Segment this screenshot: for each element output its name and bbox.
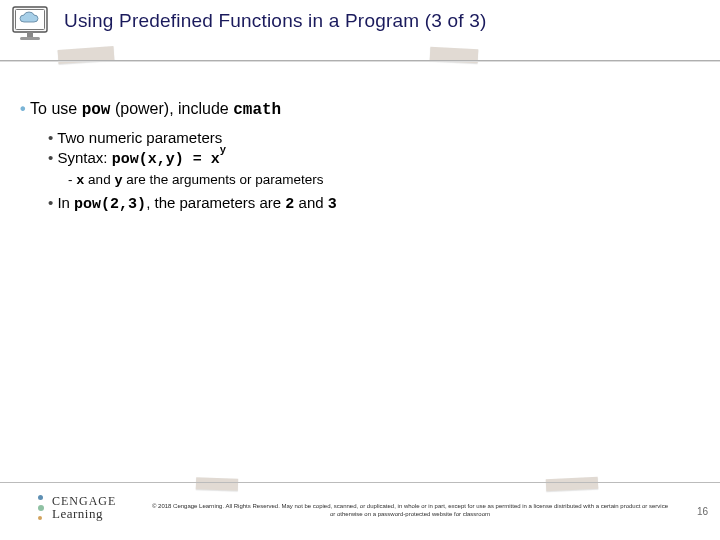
code-pow23: pow(2,3) [74, 196, 146, 213]
code-y: y [114, 173, 122, 188]
bullet-level2: Syntax: pow(x,y) = xy [48, 148, 700, 168]
slide-title: Using Predefined Functions in a Program … [64, 10, 704, 32]
bullet-level2-list: In pow(2,3), the parameters are 2 and 3 [48, 194, 700, 213]
bullet-level1: To use pow (power), include cmath [20, 100, 700, 119]
text: Two numeric parameters [57, 129, 222, 146]
text: In [57, 194, 74, 211]
text: To use [30, 100, 82, 117]
sup-y: y [220, 144, 226, 156]
divider-line [0, 482, 720, 483]
text: , the parameters are [146, 194, 285, 211]
text: and [294, 194, 327, 211]
logo-dots-icon [38, 492, 46, 522]
code-cmath: cmath [233, 101, 281, 119]
divider-line [0, 60, 720, 62]
footer: CENGAGE Learning © 2018 Cengage Learning… [0, 482, 720, 540]
text: are the arguments or parameters [123, 172, 324, 187]
code-powxy: pow(x,y) = xy [112, 151, 226, 168]
text: (power), include [110, 100, 233, 117]
code-3: 3 [328, 196, 337, 213]
svg-rect-2 [27, 32, 33, 37]
text: and [84, 172, 114, 187]
logo-text-learning: Learning [52, 507, 116, 520]
copyright-text: © 2018 Cengage Learning. All Rights Rese… [150, 502, 670, 518]
svg-rect-3 [20, 37, 40, 40]
code-pow: pow [82, 101, 111, 119]
monitor-cloud-icon [10, 4, 50, 44]
bullet-level2-list: Two numeric parameters Syntax: pow(x,y) … [48, 129, 700, 168]
text: Syntax: [57, 149, 111, 166]
content-area: To use pow (power), include cmath Two nu… [20, 100, 700, 215]
bullet-level3: - x and y are the arguments or parameter… [68, 172, 700, 188]
logo-text-cengage: CENGAGE [52, 495, 116, 507]
text: - [68, 172, 76, 187]
bullet-level2: Two numeric parameters [48, 129, 700, 146]
text: pow(x,y) = x [112, 151, 220, 168]
cengage-logo: CENGAGE Learning [38, 492, 116, 522]
page-number: 16 [697, 506, 708, 517]
bullet-level2: In pow(2,3), the parameters are 2 and 3 [48, 194, 700, 213]
